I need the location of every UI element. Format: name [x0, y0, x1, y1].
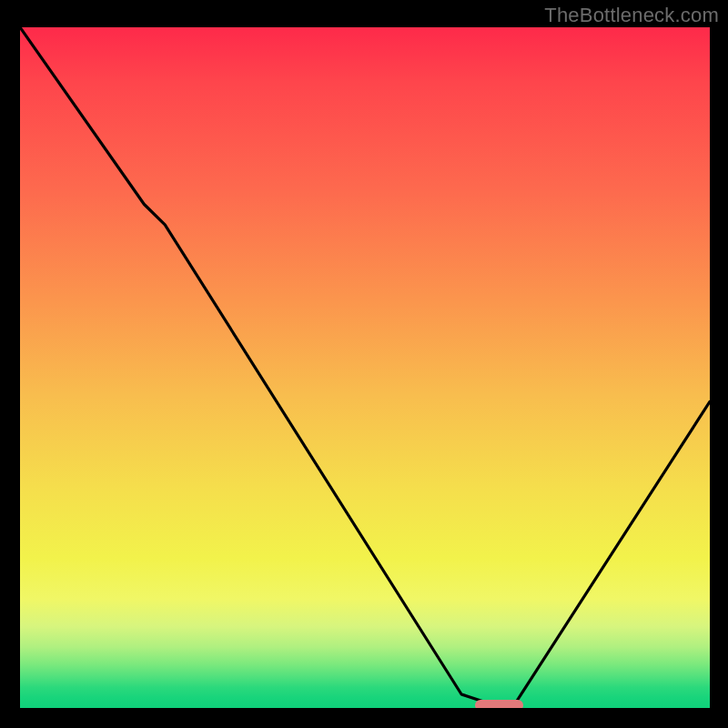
plot-area	[20, 27, 710, 708]
optimal-marker	[475, 700, 523, 708]
chart-frame: TheBottleneck.com	[0, 0, 728, 728]
bottleneck-curve	[20, 27, 710, 708]
watermark-text: TheBottleneck.com	[544, 4, 719, 27]
